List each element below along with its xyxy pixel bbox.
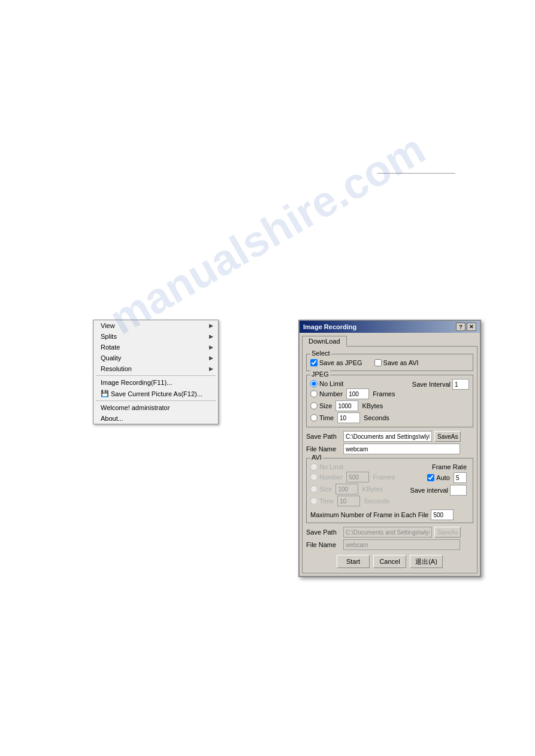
avi-no-limit-item: No Limit [310,463,395,470]
avi-time-label: Time [319,497,334,505]
jpeg-size-input[interactable] [335,400,358,411]
help-button[interactable]: ? [456,323,466,331]
avi-number-input [346,472,369,482]
tab-download[interactable]: DownLoad [302,336,347,347]
jpeg-time-input[interactable] [337,412,360,423]
frame-rate-label: Frame Rate [410,463,467,470]
save-interval-area: Save Interval [412,379,469,390]
avi-no-limit-radio [310,463,318,470]
jpeg-time-unit: Seconds [364,414,389,421]
avi-file-name-label: File Name [306,541,341,548]
arrow-icon: ▶ [209,344,213,350]
bottom-buttons: Start Cancel 退出(A) [306,552,473,569]
avi-save-interval-input[interactable] [450,485,467,496]
save-icon: 💾 [101,390,109,397]
jpeg-size-item: Size KBytes [310,400,469,411]
avi-number-radio [310,473,318,481]
avi-right-col: Frame Rate Auto Save interval [410,463,469,508]
start-button[interactable]: Start [337,555,370,568]
avi-auto-item: Auto [410,472,467,483]
select-section-title: Select [310,350,331,357]
jpeg-no-limit-label: No Limit [319,380,343,387]
dialog-title: Image Recording [303,323,356,330]
menu-item-resolution[interactable]: Resolution ▶ [93,363,218,374]
avi-auto-checkbox[interactable] [427,474,434,481]
avi-save-path-row: Save Path SaveAs [306,527,473,538]
avi-auto-label: Auto [436,474,450,481]
jpeg-number-radio[interactable] [310,390,318,397]
avi-file-name-row: File Name [306,539,473,550]
avi-number-unit: Frames [373,473,395,481]
avi-time-item: Time Seconds [310,496,395,506]
avi-size-label: Size [319,485,332,493]
jpeg-path-section: Save Path SaveAs File Name [306,431,473,454]
avi-save-path-input [343,527,432,538]
jpeg-save-path-input[interactable] [343,431,432,442]
jpeg-no-limit-radio[interactable] [310,380,318,387]
dialog-content: Select Save as JPEG Save as AVI JPEG Sav… [302,346,477,573]
cancel-button[interactable]: Cancel [373,555,406,568]
menu-item-welcome[interactable]: Welcome! administrator [93,402,218,413]
jpeg-save-path-row: Save Path SaveAs [306,431,473,442]
avi-section-title: AVI [310,454,323,461]
close-button[interactable]: ✕ [467,323,476,331]
avi-max-frames-input[interactable] [431,509,454,520]
avi-max-frames-label: Maximum Number of Frame in Each File [310,511,428,518]
select-row: Save as JPEG Save as AVI [310,359,469,366]
arrow-icon: ▶ [209,366,213,372]
menu-item-view[interactable]: View ▶ [93,320,218,331]
jpeg-number-label: Number [319,390,343,397]
avi-save-interval-row: Save interval [410,485,467,496]
avi-save-interval-label: Save interval [410,487,448,494]
menu-item-about[interactable]: About... [93,413,218,424]
save-interval-label: Save Interval [412,381,451,388]
jpeg-file-name-input[interactable] [343,444,460,454]
save-as-jpeg-label: Save as JPEG [319,359,362,366]
avi-time-input [337,496,360,506]
menu-item-splits[interactable]: Splits ▶ [93,331,218,342]
jpeg-number-item: Number Frames [310,388,469,399]
select-section: Select Save as JPEG Save as AVI [306,354,473,371]
avi-framerate-input[interactable] [454,472,467,483]
avi-size-input [335,484,358,494]
avi-size-unit: KBytes [362,485,383,493]
jpeg-number-input[interactable] [346,388,369,399]
save-as-jpeg-checkbox[interactable] [310,359,318,366]
titlebar-buttons: ? ✕ [456,323,476,331]
jpeg-save-as-button[interactable]: SaveAs [434,431,461,442]
jpeg-time-label: Time [319,414,334,421]
avi-size-radio [310,485,318,493]
save-interval-input[interactable] [452,379,469,390]
jpeg-time-item: Time Seconds [310,412,469,423]
save-as-jpeg-item: Save as JPEG [310,359,362,366]
jpeg-size-radio[interactable] [310,402,318,409]
menu-separator-2 [96,400,216,401]
arrow-icon: ▶ [209,355,213,361]
jpeg-time-radio[interactable] [310,414,318,421]
arrow-icon: ▶ [209,323,213,329]
menu-item-image-recording[interactable]: Image Recording(F11)... [93,377,218,388]
avi-path-section: Save Path SaveAs File Name [306,527,473,550]
avi-section: AVI No Limit Number Frames [306,458,473,523]
jpeg-file-name-row: File Name [306,444,473,454]
avi-file-name-input [343,539,460,550]
avi-save-as-button: SaveAs [434,527,461,538]
jpeg-save-path-label: Save Path [306,433,341,440]
save-as-avi-item: Save as AVI [374,359,419,366]
tab-bar: DownLoad [300,333,480,346]
menu-item-quality[interactable]: Quality ▶ [93,353,218,363]
save-as-avi-checkbox[interactable] [374,359,382,366]
image-recording-dialog: Image Recording ? ✕ DownLoad Select Save… [298,320,481,577]
menu-item-rotate[interactable]: Rotate ▶ [93,342,218,353]
avi-no-limit-label: No Limit [319,463,343,470]
context-menu: View ▶ Splits ▶ Rotate ▶ Quality ▶ Resol… [93,320,219,424]
avi-number-item: Number Frames [310,472,395,482]
menu-item-save-picture[interactable]: 💾 Save Current Picture As(F12)... [93,388,218,399]
top-line [377,173,455,174]
third-button[interactable]: 退出(A) [410,555,443,568]
avi-save-path-label: Save Path [306,529,341,536]
jpeg-number-unit: Frames [373,390,395,397]
avi-top-row: No Limit Number Frames Size KBytes [310,463,469,508]
dialog-titlebar: Image Recording ? ✕ [300,321,480,333]
jpeg-size-unit: KBytes [362,402,383,409]
